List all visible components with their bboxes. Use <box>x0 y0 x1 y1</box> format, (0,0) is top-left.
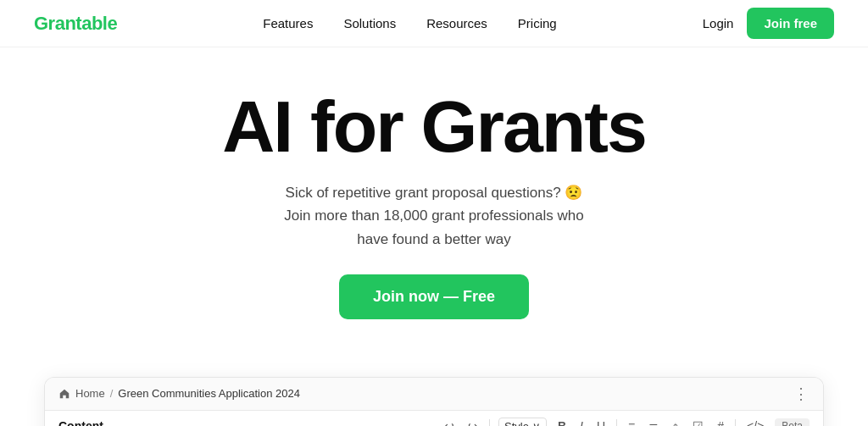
brand-logo[interactable]: Grantable <box>34 13 117 35</box>
italic-icon[interactable]: I <box>577 418 586 426</box>
ordered-list-icon[interactable]: ≣ <box>646 418 661 426</box>
checkbox-icon[interactable]: ☑ <box>690 418 706 426</box>
join-free-button[interactable]: Join free <box>747 8 834 39</box>
code-icon[interactable]: </> <box>744 418 766 426</box>
style-label: Style <box>504 420 529 426</box>
preview-toolbar: Content ↩ ↪ Style ∨ B I U ≡ ≣ ⌖ ☑ # </> … <box>45 411 823 426</box>
app-preview: Home / Green Communities Application 202… <box>44 377 824 426</box>
chevron-down-icon: ∨ <box>532 420 541 426</box>
toolbar-divider-1 <box>489 419 490 426</box>
breadcrumb-left: Home / Green Communities Application 202… <box>58 387 300 400</box>
bold-icon[interactable]: B <box>555 418 569 426</box>
undo-icon[interactable]: ↩ <box>442 418 457 426</box>
navbar: Grantable Features Solutions Resources P… <box>0 0 868 47</box>
hash-icon[interactable]: # <box>715 418 726 426</box>
toolbar-divider-3 <box>735 419 736 426</box>
toolbar-controls: ↩ ↪ Style ∨ B I U ≡ ≣ ⌖ ☑ # </> Beta <box>442 418 810 426</box>
preview-breadcrumb: Home / Green Communities Application 202… <box>45 378 823 411</box>
login-button[interactable]: Login <box>703 16 734 30</box>
hero-title: AI for Grants <box>222 88 646 164</box>
hero-section: AI for Grants Sick of repetitive grant p… <box>0 47 868 377</box>
nav-solutions[interactable]: Solutions <box>343 16 396 30</box>
nav-actions: Login Join free <box>703 8 834 39</box>
underline-icon[interactable]: U <box>594 418 608 426</box>
style-dropdown[interactable]: Style ∨ <box>498 418 547 426</box>
nav-pricing[interactable]: Pricing <box>518 16 557 30</box>
link-icon[interactable]: ⌖ <box>670 418 682 426</box>
home-icon <box>58 388 70 400</box>
cta-button[interactable]: Join now — Free <box>339 274 529 319</box>
nav-links: Features Solutions Resources Pricing <box>263 16 556 31</box>
unordered-list-icon[interactable]: ≡ <box>626 418 637 426</box>
hero-subtitle: Sick of repetitive grant proposal questi… <box>284 181 583 251</box>
nav-resources[interactable]: Resources <box>426 16 487 30</box>
more-options-icon[interactable]: ⋮ <box>793 385 810 403</box>
toolbar-content-label: Content <box>58 419 103 426</box>
redo-icon[interactable]: ↪ <box>465 418 481 426</box>
nav-features[interactable]: Features <box>263 16 313 30</box>
breadcrumb-separator: / <box>110 387 114 400</box>
beta-badge: Beta <box>775 418 810 426</box>
breadcrumb-home: Home <box>75 387 105 400</box>
toolbar-divider-2 <box>616 419 617 426</box>
breadcrumb-current-page: Green Communities Application 2024 <box>118 387 300 400</box>
